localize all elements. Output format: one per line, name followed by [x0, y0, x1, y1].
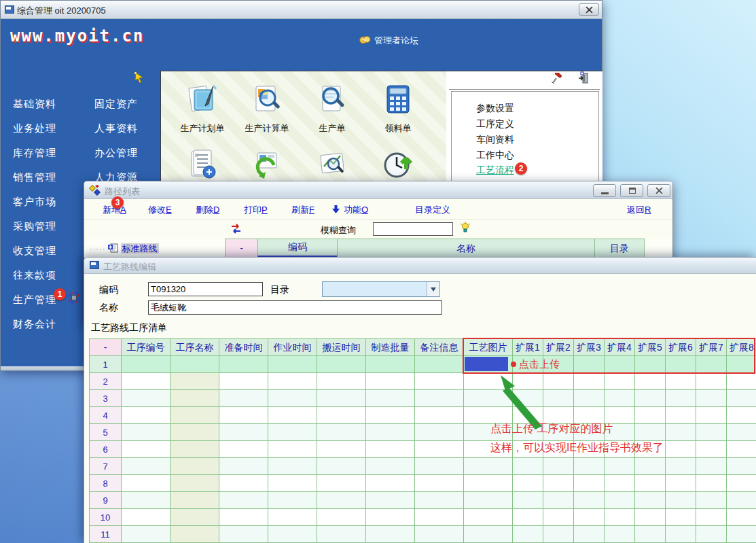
table-cell[interactable]: [727, 441, 756, 458]
main-titlebar[interactable]: 综合管理 oit 20200705: [1, 1, 602, 19]
table-cell[interactable]: [170, 373, 219, 390]
table-cell[interactable]: [635, 509, 666, 526]
production-order-button[interactable]: 生产单: [301, 83, 363, 135]
table-cell[interactable]: [219, 458, 268, 475]
table-cell[interactable]: [366, 407, 415, 424]
table-cell[interactable]: [605, 526, 635, 543]
table-cell[interactable]: [574, 373, 605, 390]
table-cell[interactable]: [170, 390, 219, 407]
table-cell[interactable]: [415, 373, 464, 390]
table-cell[interactable]: [605, 356, 635, 373]
table-cell[interactable]: [574, 458, 605, 475]
tree-item-standard-route[interactable]: ····· 标准路线: [90, 243, 159, 255]
table-cell[interactable]: [513, 458, 543, 475]
toolbar-refresh-button[interactable]: 刷新F: [291, 204, 314, 216]
table-cell[interactable]: [317, 390, 366, 407]
sidebar-item-production[interactable]: 生产管理: [13, 294, 56, 306]
table-cell[interactable]: [219, 526, 268, 543]
table-cell[interactable]: [415, 526, 464, 543]
table-cell[interactable]: [268, 407, 317, 424]
table-cell[interactable]: [170, 441, 219, 458]
table-cell[interactable]: [666, 424, 696, 441]
table-cell[interactable]: [464, 526, 513, 543]
table-cell[interactable]: [666, 390, 696, 407]
table-cell[interactable]: [666, 407, 696, 424]
toolbar-edit-button[interactable]: 修改E: [148, 204, 172, 216]
table-cell[interactable]: [635, 356, 666, 373]
row-number[interactable]: 1: [89, 356, 122, 373]
table-cell[interactable]: [666, 373, 696, 390]
table-cell[interactable]: [513, 509, 543, 526]
table-cell[interactable]: [366, 492, 415, 509]
table-cell[interactable]: [366, 526, 415, 543]
table-cell[interactable]: [543, 458, 574, 475]
table-cell[interactable]: [543, 475, 574, 492]
table-cell[interactable]: [415, 458, 464, 475]
table-cell[interactable]: [635, 424, 666, 441]
table-cell[interactable]: [635, 390, 666, 407]
material-request-button[interactable]: 领料单: [367, 83, 429, 135]
table-cell[interactable]: [605, 458, 635, 475]
table-cell[interactable]: [574, 356, 605, 373]
table-cell[interactable]: [366, 509, 415, 526]
exit-icon[interactable]: [577, 71, 589, 84]
table-cell[interactable]: [666, 526, 696, 543]
row-number[interactable]: 5: [89, 424, 122, 441]
table-cell[interactable]: [219, 373, 268, 390]
menu-item-process-define[interactable]: 工序定义: [476, 118, 514, 130]
table-cell[interactable]: [635, 373, 666, 390]
table-cell[interactable]: [170, 458, 219, 475]
hide-menu-icon[interactable]: [134, 71, 145, 84]
table-cell[interactable]: [122, 509, 170, 526]
sidebar-item-accounts[interactable]: 往来款项: [13, 269, 56, 282]
table-cell[interactable]: [574, 526, 605, 543]
maximize-button[interactable]: [620, 184, 643, 197]
table-cell[interactable]: [666, 475, 696, 492]
directory-select[interactable]: [322, 281, 440, 297]
table-cell[interactable]: [170, 492, 219, 509]
row-number[interactable]: 6: [89, 441, 122, 458]
table-cell[interactable]: [543, 509, 574, 526]
sidebar-item-base-data[interactable]: 基础资料: [13, 98, 56, 111]
table-cell[interactable]: [574, 492, 605, 509]
row-number[interactable]: 3: [89, 390, 122, 407]
table-cell[interactable]: [696, 390, 727, 407]
close-button[interactable]: [579, 3, 599, 16]
table-cell[interactable]: [317, 475, 366, 492]
fuzzy-search-input[interactable]: [373, 222, 453, 236]
sidebar-item-inventory[interactable]: 库存管理: [13, 147, 56, 160]
sidebar-item-fixed-assets[interactable]: 固定资产: [94, 98, 138, 111]
table-cell[interactable]: [696, 356, 727, 373]
table-cell[interactable]: [605, 475, 635, 492]
list-col-selector[interactable]: -: [225, 239, 257, 258]
table-cell[interactable]: [727, 509, 756, 526]
filter-lamp-icon[interactable]: [460, 222, 471, 233]
name-input[interactable]: [148, 300, 442, 315]
table-cell[interactable]: [317, 526, 366, 543]
table-cell[interactable]: [666, 441, 696, 458]
table-cell[interactable]: [605, 373, 635, 390]
table-cell[interactable]: [170, 509, 219, 526]
table-cell[interactable]: [605, 509, 635, 526]
table-cell[interactable]: [574, 475, 605, 492]
row-number[interactable]: 4: [89, 407, 122, 424]
production-calc-button[interactable]: 生产计算单: [236, 83, 298, 135]
production-plan-button[interactable]: 生产计划单: [171, 83, 234, 135]
list-col-directory[interactable]: 目录: [594, 239, 645, 258]
sidebar-item-customers[interactable]: 客户市场: [13, 196, 56, 209]
table-cell[interactable]: [415, 492, 464, 509]
table-cell[interactable]: [170, 475, 219, 492]
menu-item-workshop[interactable]: 车间资料: [476, 134, 514, 146]
table-cell[interactable]: [366, 390, 415, 407]
row-number[interactable]: 8: [89, 475, 122, 492]
table-cell[interactable]: [317, 492, 366, 509]
sidebar-item-payments[interactable]: 收支管理: [13, 245, 56, 258]
table-cell[interactable]: [366, 458, 415, 475]
table-cell[interactable]: [219, 407, 268, 424]
table-cell[interactable]: [268, 373, 317, 390]
table-cell[interactable]: [366, 373, 415, 390]
table-cell[interactable]: [513, 526, 543, 543]
table-cell[interactable]: [574, 509, 605, 526]
table-cell[interactable]: [366, 441, 415, 458]
sidebar-item-business[interactable]: 业务处理: [13, 122, 56, 135]
